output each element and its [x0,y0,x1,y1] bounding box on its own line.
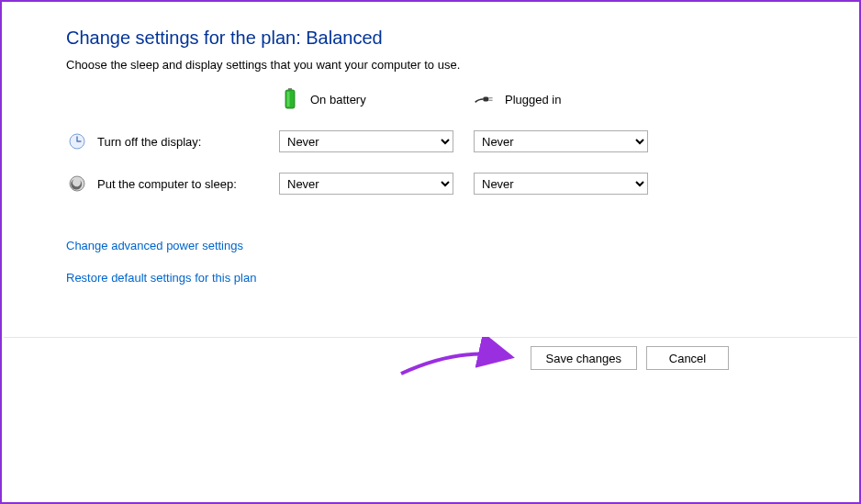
battery-icon [279,88,301,110]
sleep-battery-select[interactable]: Never [279,173,453,195]
links-section: Change advanced power settings Restore d… [66,239,859,285]
row-sleep: Put the computer to sleep: [66,173,268,195]
page-title: Change settings for the plan: Balanced [66,28,859,49]
display-battery-select[interactable]: Never [279,130,453,152]
footer-separator [4,337,857,338]
svg-rect-2 [287,92,290,106]
plug-icon [474,88,496,110]
sleep-icon [66,173,88,195]
column-header-plugged: Plugged in [474,88,657,110]
row-display-label: Turn off the display: [97,135,201,149]
sleep-plugged-select[interactable]: Never [474,173,648,195]
display-icon [66,130,88,152]
display-plugged-select[interactable]: Never [474,130,648,152]
svg-rect-3 [483,96,488,101]
link-restore-defaults[interactable]: Restore default settings for this plan [66,271,859,285]
column-header-battery: On battery [279,88,463,110]
save-button[interactable]: Save changes [531,346,637,370]
column-header-plugged-label: Plugged in [505,93,561,106]
footer-buttons: Save changes Cancel [4,346,857,370]
window-frame: Change settings for the plan: Balanced C… [0,0,861,504]
row-display: Turn off the display: [66,130,268,152]
content-area: Change settings for the plan: Balanced C… [2,2,859,285]
column-header-battery-label: On battery [310,93,366,106]
cancel-button[interactable]: Cancel [646,346,729,370]
settings-grid: On battery Plugged in [66,88,859,195]
row-sleep-label: Put the computer to sleep: [97,177,237,191]
page-subtitle: Choose the sleep and display settings th… [66,58,859,72]
link-advanced-settings[interactable]: Change advanced power settings [66,239,859,252]
